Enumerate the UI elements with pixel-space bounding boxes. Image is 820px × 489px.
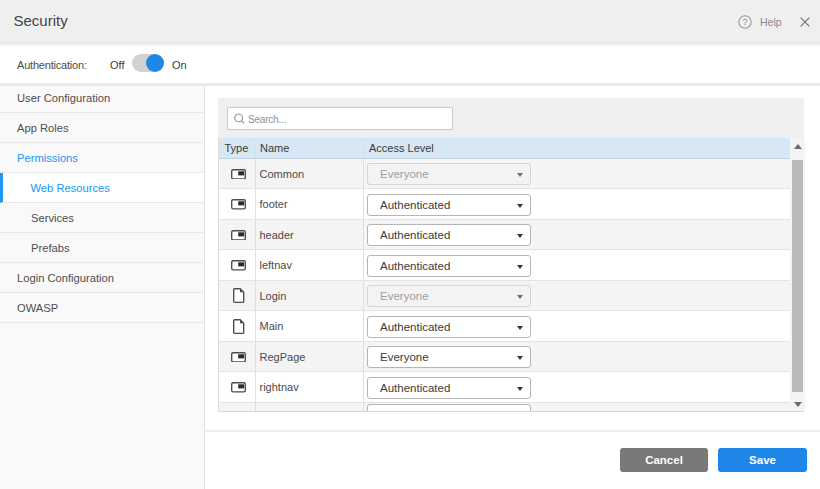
svg-text:?: ? <box>742 17 747 27</box>
